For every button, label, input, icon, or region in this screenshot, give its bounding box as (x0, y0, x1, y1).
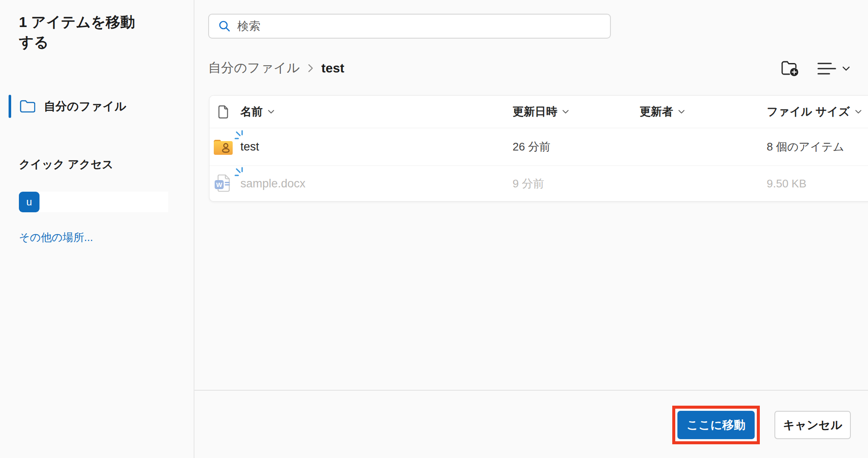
avatar: u (19, 192, 39, 212)
column-header-modified[interactable]: 更新日時 (507, 104, 634, 119)
search-input[interactable] (237, 20, 589, 33)
quick-access-heading: クイック アクセス (19, 157, 113, 172)
column-header-name[interactable]: 名前 (237, 104, 507, 119)
search-icon (219, 20, 231, 32)
file-modified: 26 分前 (507, 139, 634, 154)
shared-folder-icon (209, 139, 237, 155)
svg-text:W: W (216, 181, 222, 188)
sidebar-item-my-files[interactable]: 自分のファイル (0, 92, 194, 121)
file-name: sample.docx (240, 177, 306, 190)
breadcrumb: 自分のファイル test (208, 59, 344, 77)
chevron-down-icon (562, 110, 569, 114)
search-box (208, 14, 611, 39)
focus-mark-icon (234, 167, 245, 180)
move-dialog-sidebar: 1 アイテムを移動する 自分のファイル クイック アクセス u その他の場所..… (0, 0, 194, 458)
footer-divider (194, 390, 868, 391)
file-list-header: 名前 更新日時 更新者 ファイル サイズ (209, 96, 868, 128)
file-icon (209, 105, 237, 119)
column-header-modified-by[interactable]: 更新者 (634, 104, 762, 119)
view-options-icon (816, 60, 836, 77)
file-size: 8 個のアイテム (762, 139, 868, 154)
focus-mark-icon (234, 130, 245, 143)
chevron-down-icon (678, 110, 685, 114)
more-places-link[interactable]: その他の場所... (19, 230, 93, 244)
folder-icon (20, 100, 35, 113)
view-options-button[interactable] (811, 57, 854, 80)
sidebar-item-label: 自分のファイル (44, 99, 126, 114)
add-folder-button[interactable] (778, 57, 802, 80)
action-highlight-box: ここに移動 (672, 406, 760, 444)
breadcrumb-current: test (322, 61, 344, 75)
chevron-down-icon (268, 110, 274, 114)
move-here-button[interactable]: ここに移動 (677, 411, 755, 439)
quick-access-item[interactable]: u (19, 192, 168, 212)
word-document-icon: W (209, 174, 237, 193)
column-header-file-size[interactable]: ファイル サイズ (762, 104, 868, 119)
breadcrumb-chevron-icon (308, 63, 314, 73)
chevron-down-icon (855, 110, 862, 114)
cancel-button[interactable]: キャンセル (774, 411, 851, 439)
file-modified: 9 分前 (507, 176, 634, 191)
page-title: 1 アイテムを移動する (19, 12, 139, 52)
selection-indicator (9, 95, 11, 118)
add-folder-icon (781, 60, 799, 77)
file-size: 9.50 KB (762, 177, 868, 190)
breadcrumb-root[interactable]: 自分のファイル (208, 59, 300, 77)
file-list: 名前 更新日時 更新者 ファイル サイズ (209, 95, 868, 202)
table-row-sample-docx: W sample.docx 9 分前 9.50 KB (209, 166, 868, 201)
chevron-down-icon (842, 66, 850, 71)
table-row-folder-test[interactable]: test 26 分前 8 個のアイテム (209, 128, 868, 166)
